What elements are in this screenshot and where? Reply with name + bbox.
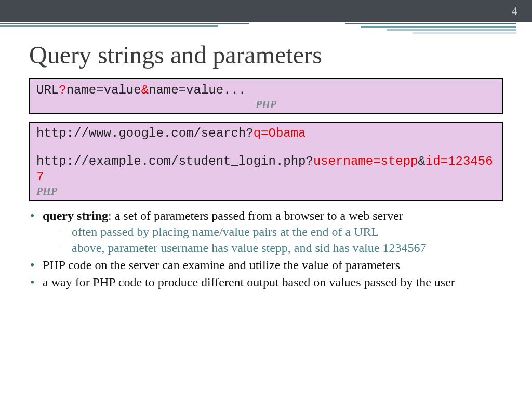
code-text-red: q=Obama <box>254 126 306 140</box>
code-box-example: http://www.google.com/search?q=Obama htt… <box>29 122 503 201</box>
slide-content: URL?name=value&name=value... PHP http://… <box>0 78 532 290</box>
decor-line <box>387 29 516 31</box>
decor-line <box>0 23 249 24</box>
top-bar: 4 <box>0 0 532 22</box>
slide-title: Query strings and parameters <box>29 41 532 69</box>
decor-line <box>345 23 516 24</box>
code-box-syntax: URL?name=value&name=value... PHP <box>29 78 503 114</box>
bullet-item: PHP code on the server can examine and u… <box>29 258 503 273</box>
accent-lines <box>0 22 532 37</box>
code-text: URL <box>36 83 59 97</box>
sub-bullet-item: often passed by placing name/value pairs… <box>43 224 503 240</box>
php-label: PHP <box>36 185 496 198</box>
bullet-text: : a set of parameters passed from a brow… <box>108 209 403 222</box>
code-text: name=value... <box>149 83 246 97</box>
sub-bullet-item: above, parameter username has value step… <box>43 241 503 256</box>
slide: 4 Query strings and parameters URL?name=… <box>0 0 532 399</box>
decor-line <box>413 32 516 34</box>
code-text: http://example.com/student_login.php? <box>36 154 313 168</box>
decor-line <box>361 26 516 28</box>
php-label: PHP <box>36 98 496 111</box>
sub-bullet-list: often passed by placing name/value pairs… <box>43 224 503 256</box>
code-text: & <box>418 154 425 168</box>
page-number: 4 <box>512 4 517 18</box>
code-line: http://example.com/student_login.php?use… <box>36 154 496 185</box>
spacer <box>36 141 496 154</box>
code-text-red: username=stepp <box>313 154 418 168</box>
bullet-item: a way for PHP code to produce different … <box>29 275 503 290</box>
bullet-list: query string: a set of parameters passed… <box>29 208 503 290</box>
bullet-bold: query string <box>43 209 108 222</box>
code-text: name=value <box>66 83 141 97</box>
bullet-item: query string: a set of parameters passed… <box>29 208 503 256</box>
code-text: http://www.google.com/search? <box>36 126 254 140</box>
code-text-red: ? <box>59 83 66 97</box>
decor-line <box>0 25 218 27</box>
code-line: http://www.google.com/search?q=Obama <box>36 126 496 141</box>
code-text-red: & <box>141 83 149 97</box>
